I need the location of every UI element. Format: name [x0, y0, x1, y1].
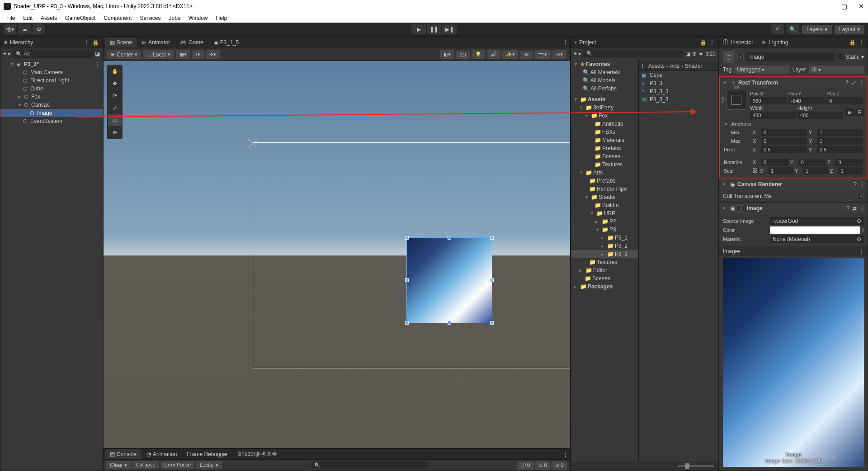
gameobject-row[interactable]: ⬡Cube: [0, 85, 103, 93]
scene-viewport[interactable]: ✋ ✥ ⟳ ⤢ ▭ ⊕: [104, 61, 570, 448]
hidden-icon[interactable]: ⊘20: [705, 51, 716, 57]
folder-row[interactable]: ▼📁Arts: [571, 169, 638, 177]
height-field[interactable]: 400: [797, 112, 843, 119]
folder-row[interactable]: 📁Scenes: [571, 152, 638, 160]
account-button[interactable]: 桃 ▾: [4, 24, 16, 34]
error-pause-toggle[interactable]: Error Pause: [161, 461, 195, 469]
visibility-toggle[interactable]: 👁: [520, 51, 533, 59]
fx-toggle[interactable]: ✨▾: [502, 50, 519, 59]
panel-lock-icon[interactable]: 🔒: [92, 39, 99, 46]
gameobject-row[interactable]: ⬡Main Camera: [0, 68, 103, 76]
folder-row[interactable]: 📁Textures: [571, 258, 638, 266]
tab-game[interactable]: 🎮Game: [175, 38, 208, 47]
posz-field[interactable]: 0: [826, 97, 863, 104]
component-menu-icon[interactable]: ⋮: [859, 205, 865, 212]
rot-y[interactable]: 0: [798, 159, 826, 166]
collapse-toggle[interactable]: Collapse: [132, 461, 159, 469]
folder-row[interactable]: 📁FBXs: [571, 128, 638, 136]
menu-gameobject[interactable]: GameObject: [61, 14, 99, 22]
settings-button[interactable]: ⚙: [33, 24, 45, 34]
help-icon[interactable]: ?: [845, 80, 849, 86]
pivot-toggle[interactable]: ⊕Center▾: [107, 50, 141, 59]
asset-item[interactable]: SP3_3_3: [639, 95, 718, 104]
panel-lock-icon[interactable]: 🔒: [700, 39, 707, 46]
icon-size-slider[interactable]: [678, 465, 714, 467]
audio-toggle[interactable]: 🔊: [487, 50, 500, 59]
favorites-header[interactable]: ▼★Favorites: [571, 60, 638, 68]
hierarchy-search[interactable]: 🔍 All: [12, 50, 93, 58]
gameobject-row[interactable]: ⬡Directional Light: [0, 76, 103, 85]
breadcrumb-item[interactable]: Assets: [648, 63, 665, 69]
layers-dropdown[interactable]: Layers ▾: [802, 25, 832, 34]
menu-edit[interactable]: Edit: [19, 14, 36, 22]
scale-x[interactable]: 1: [768, 167, 793, 174]
folder-row[interactable]: ▼📁Shader: [571, 193, 638, 201]
scale-tool[interactable]: ⤢: [108, 102, 122, 114]
resize-handle[interactable]: [405, 321, 409, 325]
preset-icon[interactable]: ⇄: [852, 205, 857, 212]
resize-handle[interactable]: [490, 236, 494, 240]
tab-scene[interactable]: ▦Scene: [105, 38, 137, 47]
tab-frame-debugger[interactable]: Frame Debugger: [182, 449, 232, 459]
scale-z[interactable]: 1: [838, 167, 863, 174]
breadcrumb-item[interactable]: Arts: [670, 63, 679, 69]
filter-by-type-icon[interactable]: ◪: [685, 51, 690, 57]
filter-toggle-icon[interactable]: ⁞: [642, 63, 643, 69]
preview-header[interactable]: Image ▾⋮: [719, 246, 868, 256]
folder-row[interactable]: ▼📁URP: [571, 209, 638, 217]
tab-shader-ref[interactable]: Shader参考大全: [233, 448, 282, 460]
anchor-max-x[interactable]: 0: [761, 137, 807, 145]
pause-button[interactable]: ❚❚: [427, 24, 441, 34]
gameobject-name-field[interactable]: Image: [746, 52, 835, 61]
cloud-button[interactable]: ☁: [18, 24, 31, 34]
save-search-icon[interactable]: ★: [698, 51, 703, 57]
menu-file[interactable]: File: [3, 14, 19, 22]
folder-row[interactable]: ▼📁3rdParty: [571, 104, 638, 112]
filter-by-label-icon[interactable]: ⊕: [692, 51, 697, 57]
eyedropper-icon[interactable]: ⁞: [862, 227, 864, 233]
folder-row[interactable]: ▸📁P2: [571, 217, 638, 226]
asset-item[interactable]: ●P3_3: [639, 79, 718, 87]
blueprint-toggle[interactable]: ⊞: [845, 108, 854, 116]
breadcrumb-item[interactable]: Shader: [685, 63, 703, 69]
draw-mode[interactable]: ◐▾: [440, 50, 454, 59]
folder-row[interactable]: ▼📁P3: [571, 226, 638, 234]
tab-animator[interactable]: ⊳Animator: [137, 38, 175, 47]
folder-row[interactable]: 📁Render Pipe: [571, 185, 638, 193]
resize-handle[interactable]: [405, 278, 409, 282]
info-count[interactable]: ⓘ 0: [517, 461, 534, 470]
material-field[interactable]: None (Material)⊙: [770, 235, 864, 243]
rotate-tool[interactable]: ⟳: [108, 90, 122, 102]
folder-row[interactable]: ▸📁P3_1: [571, 234, 638, 242]
resize-handle[interactable]: [490, 278, 494, 282]
anchors-foldout[interactable]: ▼: [724, 122, 729, 127]
folder-row[interactable]: ▸📁P3_2: [571, 242, 638, 250]
lighting-toggle[interactable]: 💡: [472, 50, 485, 59]
asset-item[interactable]: #P3_3_3: [639, 87, 718, 95]
maximize-button[interactable]: ▢: [841, 3, 847, 10]
gizmo-toggle[interactable]: ⊛▾: [552, 50, 566, 59]
help-icon[interactable]: ?: [854, 181, 857, 188]
selected-image-rect[interactable]: [406, 237, 492, 323]
scale-y[interactable]: 1: [803, 167, 828, 174]
anchor-preset-button[interactable]: left top: [726, 90, 746, 110]
anchor-max-y[interactable]: 1: [817, 137, 863, 145]
favorite-item[interactable]: 🔍All Prefabs: [571, 85, 638, 93]
tabs-menu-icon[interactable]: ⋮: [563, 39, 568, 46]
snap-toggle[interactable]: ⁞▾: [192, 50, 204, 59]
help-icon[interactable]: ?: [846, 205, 849, 212]
panel-menu-icon[interactable]: ⋮: [709, 39, 715, 46]
create-asset-dropdown[interactable]: + ▾: [574, 51, 581, 57]
posx-field[interactable]: 960: [750, 97, 787, 104]
resize-handle[interactable]: [405, 236, 409, 240]
minimize-button[interactable]: —: [824, 3, 830, 10]
scene-row[interactable]: ▼◈P3_3*⋮: [0, 60, 103, 68]
camera-toggle[interactable]: 📷▾: [534, 50, 551, 59]
search-button[interactable]: 🔍: [787, 24, 799, 34]
tab-animation[interactable]: ◔Animation: [142, 449, 181, 459]
editor-dropdown[interactable]: Editor ▾: [196, 461, 222, 469]
gameobject-row-selected[interactable]: ⬡Image: [0, 109, 103, 117]
clear-button[interactable]: Clear ▾: [106, 461, 131, 469]
tab-shader[interactable]: ▣P3_1_5: [209, 38, 243, 47]
scene-menu-icon[interactable]: ⋮: [94, 61, 103, 67]
